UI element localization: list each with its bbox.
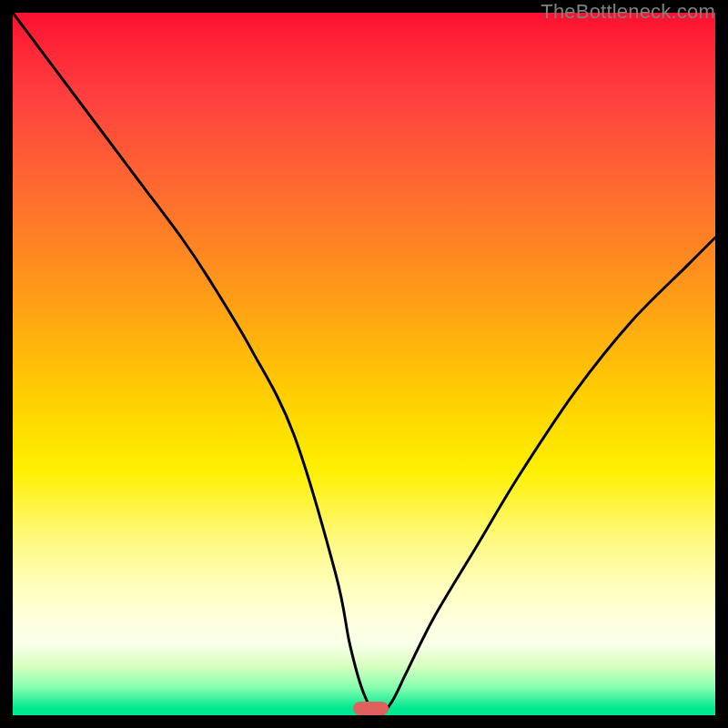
- bottleneck-curve: [13, 13, 715, 715]
- chart-frame: TheBottleneck.com: [0, 0, 728, 728]
- watermark-text: TheBottleneck.com: [541, 0, 715, 24]
- optimal-marker: [353, 702, 389, 715]
- plot-area: [13, 13, 715, 715]
